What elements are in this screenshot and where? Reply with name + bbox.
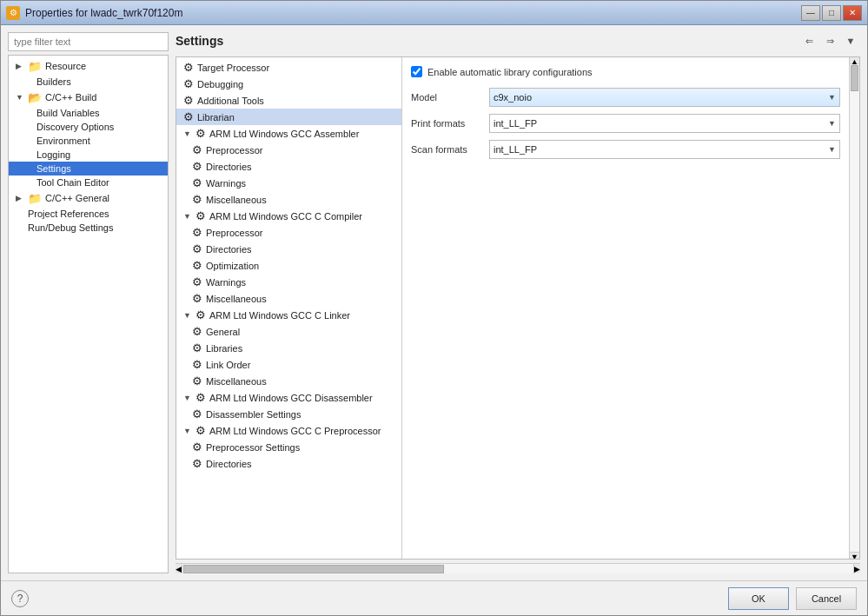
- filter-input[interactable]: [8, 32, 169, 51]
- enable-auto-lib-row: Enable automatic library configurations: [411, 66, 840, 77]
- gear-icon-asm-misc: ⚙: [192, 193, 202, 206]
- sidebar-item-project-references[interactable]: Project References: [9, 207, 168, 221]
- sidebar-item-run-debug-settings[interactable]: Run/Debug Settings: [9, 221, 168, 235]
- sidebar-label-project-references: Project References: [28, 209, 109, 219]
- nav-forward-button[interactable]: ⇒: [820, 32, 839, 50]
- scan-formats-value: int_LL_FP: [494, 144, 537, 155]
- inner-item-cpp-preproc-group[interactable]: ▼ ⚙ ARM Ltd Windows GCC C Preprocessor: [176, 422, 401, 439]
- horizontal-scrollbar[interactable]: ◀ ▶: [176, 563, 860, 573]
- gear-icon-c-misc: ⚙: [192, 292, 202, 305]
- nav-dropdown-button[interactable]: ▼: [841, 32, 860, 50]
- inner-item-linker-libraries[interactable]: ⚙ Libraries: [176, 340, 401, 356]
- inner-item-disassembler[interactable]: ▼ ⚙ ARM Ltd Windows GCC Disassembler: [176, 389, 401, 406]
- inner-item-asm-preprocessor[interactable]: ⚙ Preprocessor: [176, 142, 401, 158]
- inner-item-asm-assembler[interactable]: ▼ ⚙ ARM Ltd Windows GCC Assembler: [176, 125, 401, 142]
- sidebar-label-discovery-options: Discovery Options: [36, 122, 114, 132]
- right-panel: Settings ⇐ ⇒ ▼ ⚙ Target Processor ⚙ De: [176, 32, 860, 573]
- scroll-thumb-h[interactable]: [183, 565, 444, 573]
- main-window: ⚙ Properties for lwadc_twrk70f120m — □ ✕…: [0, 0, 868, 616]
- expand-asm: ▼: [183, 129, 192, 138]
- inner-item-disasm-settings[interactable]: ⚙ Disassembler Settings: [176, 406, 401, 422]
- gear-icon-librarian: ⚙: [183, 110, 194, 123]
- main-content: ▶ 📁 Resource Builders ▼ 📂 C/C++ Build Bu…: [1, 25, 867, 580]
- print-formats-value: int_LL_FP: [494, 118, 537, 129]
- gear-icon-c-warn: ⚙: [192, 275, 202, 288]
- inner-item-asm-directories[interactable]: ⚙ Directories: [176, 158, 401, 175]
- nav-back-button[interactable]: ⇐: [799, 32, 818, 50]
- window-title: Properties for lwadc_twrk70f120m: [25, 7, 182, 19]
- inner-item-c-misc[interactable]: ⚙ Miscellaneous: [176, 290, 401, 307]
- expand-linker: ▼: [183, 311, 192, 320]
- minimize-button[interactable]: —: [801, 5, 820, 21]
- gear-icon-tools: ⚙: [183, 94, 194, 107]
- sidebar-item-resource[interactable]: ▶ 📁 Resource: [9, 57, 168, 75]
- enable-auto-lib-checkbox[interactable]: [411, 66, 422, 77]
- inner-item-linker-general[interactable]: ⚙ General: [176, 323, 401, 340]
- scroll-right-button[interactable]: ▶: [853, 564, 860, 573]
- inner-item-c-compiler[interactable]: ▼ ⚙ ARM Ltd Windows GCC C Compiler: [176, 208, 401, 224]
- gear-icon-c-dir: ⚙: [192, 242, 202, 255]
- dialog-buttons: OK Cancel: [728, 587, 857, 610]
- content-area: ⚙ Target Processor ⚙ Debugging ⚙ Additio…: [176, 56, 860, 560]
- scan-formats-dropdown[interactable]: int_LL_FP ▼: [489, 140, 840, 159]
- sidebar-item-discovery-options[interactable]: Discovery Options: [9, 120, 168, 134]
- scroll-thumb-v[interactable]: [851, 65, 858, 91]
- window-icon: ⚙: [6, 6, 20, 20]
- sidebar-label-tool-chain-editor: Tool Chain Editor: [36, 177, 109, 188]
- left-panel: ▶ 📁 Resource Builders ▼ 📂 C/C++ Build Bu…: [8, 32, 169, 573]
- gear-icon-linker-link: ⚙: [192, 358, 202, 371]
- scroll-up-button[interactable]: ▲: [850, 57, 859, 64]
- sidebar-item-builders[interactable]: Builders: [9, 75, 168, 89]
- sidebar-item-logging[interactable]: Logging: [9, 148, 168, 162]
- sidebar-label-build-variables: Build Variables: [36, 108, 100, 118]
- gear-icon-c-opt: ⚙: [192, 259, 202, 272]
- gear-icon-target: ⚙: [183, 61, 194, 74]
- expand-cpp-pre: ▼: [183, 427, 192, 435]
- inner-item-c-optimization[interactable]: ⚙ Optimization: [176, 257, 401, 274]
- inner-item-linker-misc[interactable]: ⚙ Miscellaneous: [176, 373, 401, 389]
- ok-button[interactable]: OK: [728, 587, 789, 610]
- inner-item-debugging[interactable]: ⚙ Debugging: [176, 76, 401, 92]
- settings-header: Settings ⇐ ⇒ ▼: [176, 32, 860, 50]
- sidebar-label-cpp-build: C/C++ Build: [45, 92, 96, 103]
- nav-toolbar: ⇐ ⇒ ▼: [799, 32, 860, 50]
- model-dropdown[interactable]: c9x_noio ▼: [489, 88, 840, 107]
- scroll-left-button[interactable]: ◀: [176, 564, 182, 573]
- model-dropdown-arrow: ▼: [828, 93, 836, 102]
- cancel-button[interactable]: Cancel: [796, 587, 857, 610]
- inner-item-target-processor[interactable]: ⚙ Target Processor: [176, 59, 401, 76]
- title-bar: ⚙ Properties for lwadc_twrk70f120m — □ ✕: [1, 1, 867, 25]
- inner-item-cpp-pre-dirs[interactable]: ⚙ Directories: [176, 455, 401, 472]
- inner-item-cpp-pre-settings[interactable]: ⚙ Preprocessor Settings: [176, 439, 401, 455]
- model-row: Model c9x_noio ▼: [411, 88, 840, 107]
- close-button[interactable]: ✕: [843, 5, 862, 21]
- model-label: Model: [411, 92, 489, 103]
- inner-item-linker-link-order[interactable]: ⚙ Link Order: [176, 356, 401, 373]
- inner-item-additional-tools[interactable]: ⚙ Additional Tools: [176, 92, 401, 109]
- sidebar-item-settings[interactable]: Settings: [9, 162, 168, 176]
- print-formats-label: Print formats: [411, 118, 489, 129]
- maximize-button[interactable]: □: [822, 5, 841, 21]
- settings-content-panel: Enable automatic library configurations …: [402, 57, 849, 559]
- scroll-down-button[interactable]: ▼: [850, 552, 859, 559]
- help-icon[interactable]: ?: [11, 590, 29, 607]
- sidebar-label-builders: Builders: [36, 76, 71, 87]
- sidebar-item-environment[interactable]: Environment: [9, 134, 168, 148]
- sidebar-item-build-variables[interactable]: Build Variables: [9, 106, 168, 120]
- inner-item-librarian[interactable]: ⚙ Librarian: [176, 109, 401, 125]
- print-formats-dropdown[interactable]: int_LL_FP ▼: [489, 114, 840, 133]
- inner-item-c-directories[interactable]: ⚙ Directories: [176, 241, 401, 257]
- inner-item-asm-misc[interactable]: ⚙ Miscellaneous: [176, 191, 401, 208]
- gear-icon-c-pre: ⚙: [192, 226, 202, 239]
- inner-item-c-warnings[interactable]: ⚙ Warnings: [176, 274, 401, 290]
- sidebar-item-tool-chain-editor[interactable]: Tool Chain Editor: [9, 176, 168, 189]
- inner-item-c-linker[interactable]: ▼ ⚙ ARM Ltd Windows GCC C Linker: [176, 307, 401, 323]
- gear-icon-disasm-set: ⚙: [192, 407, 202, 421]
- gear-icon-cpp-pre-set: ⚙: [192, 440, 202, 454]
- sidebar-item-cpp-build[interactable]: ▼ 📂 C/C++ Build: [9, 89, 168, 106]
- inner-item-c-preprocessor[interactable]: ⚙ Preprocessor: [176, 224, 401, 241]
- sidebar-item-cpp-general[interactable]: ▶ 📁 C/C++ General: [9, 189, 168, 207]
- bottom-bar: ? OK Cancel: [1, 580, 867, 615]
- vertical-scrollbar[interactable]: ▲ ▼: [849, 57, 859, 559]
- inner-item-asm-warnings[interactable]: ⚙ Warnings: [176, 175, 401, 191]
